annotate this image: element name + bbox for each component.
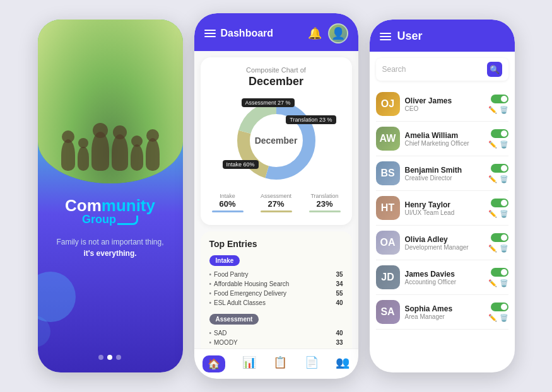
- edit-icon[interactable]: ✏️: [488, 210, 497, 218]
- action-icons: ✏️ 🗑️: [488, 106, 508, 114]
- action-icons: ✏️ 🗑️: [488, 175, 508, 183]
- footer-chart[interactable]: 📊: [242, 355, 256, 372]
- chart-month: December: [209, 75, 343, 88]
- dot-3[interactable]: [116, 355, 121, 360]
- bell-icon[interactable]: 🔔: [308, 26, 322, 40]
- user-actions: ✏️ 🗑️: [488, 164, 508, 183]
- delete-icon[interactable]: 🗑️: [500, 141, 508, 149]
- header-right: 🔔 👤: [308, 23, 348, 43]
- chart-legend: Intake 60% Assessment 27% Translation 23…: [209, 193, 343, 212]
- user-info-sophia: Sophia Ames Area Manager: [405, 304, 483, 320]
- footer-doc[interactable]: 📄: [305, 355, 319, 372]
- dashboard-body: Composite Chart of December Decem: [194, 51, 358, 349]
- user-actions: ✏️ 🗑️: [488, 303, 508, 322]
- delete-icon[interactable]: 🗑️: [500, 175, 508, 183]
- action-icons: ✏️ 🗑️: [488, 279, 508, 287]
- dashboard-footer: 🏠 📊 📋 📄 👥: [194, 349, 358, 379]
- badge-assessment: Assessment: [209, 314, 259, 325]
- user-name: Olivia Adley: [405, 235, 483, 244]
- user-info-henry: Henry Taylor UI/UX Team Lead: [405, 200, 483, 216]
- user-item-james: JD James Davies Accounting Officer ✏️ 🗑️: [376, 260, 508, 295]
- tooltip-assessment: Assessment 27 %: [242, 98, 295, 107]
- user-actions: ✏️ 🗑️: [488, 129, 508, 149]
- toggle-enabled[interactable]: [491, 303, 508, 311]
- user-role: Accounting Officer: [405, 279, 483, 285]
- toggle-enabled[interactable]: [491, 129, 508, 138]
- action-icons: ✏️ 🗑️: [488, 245, 508, 253]
- tooltip-intake: Intake 60%: [223, 160, 259, 169]
- blob-decor: [38, 272, 76, 322]
- delete-icon[interactable]: 🗑️: [500, 314, 508, 322]
- footer-users[interactable]: 👥: [336, 355, 349, 372]
- phone-user: User Search 🔍 OJ Oliver James CEO ✏️ 🗑️: [370, 20, 515, 372]
- user-name: Benjamin Smith: [405, 166, 483, 175]
- phone-community: Community Group Family is not an importa…: [38, 20, 183, 372]
- delete-icon[interactable]: 🗑️: [500, 245, 508, 253]
- edit-icon[interactable]: ✏️: [488, 141, 497, 149]
- search-button[interactable]: 🔍: [487, 62, 502, 77]
- list-item: Affordable Housing Search 34: [209, 279, 343, 289]
- edit-icon[interactable]: ✏️: [488, 279, 497, 287]
- user-role: UI/UX Team Lead: [405, 209, 483, 216]
- edit-icon[interactable]: ✏️: [488, 175, 497, 183]
- toggle-enabled[interactable]: [491, 164, 508, 173]
- user-name: Henry Taylor: [405, 200, 483, 209]
- user-info-james: James Davies Accounting Officer: [405, 270, 483, 285]
- user-role: Chief Marketing Officer: [405, 140, 483, 147]
- dashboard-header: Dashboard 🔔 👤: [194, 13, 358, 51]
- user-page-title: User: [397, 30, 505, 43]
- dot-1[interactable]: [98, 355, 103, 360]
- list-item: MOODY 33: [209, 338, 343, 347]
- user-role: CEO: [405, 105, 483, 112]
- footer-clipboard[interactable]: 📋: [273, 355, 287, 372]
- user-actions: ✏️ 🗑️: [488, 268, 508, 287]
- list-item: Food Emergency Delivery 55: [209, 289, 343, 298]
- toggle-enabled[interactable]: [491, 199, 508, 207]
- delete-icon[interactable]: 🗑️: [500, 210, 508, 218]
- legend-assessment: Assessment 27%: [261, 193, 292, 212]
- page-dots: [98, 355, 121, 372]
- user-actions: ✏️ 🗑️: [488, 95, 508, 114]
- delete-icon[interactable]: 🗑️: [500, 279, 508, 287]
- tagline-line2: it's everything.: [56, 248, 163, 259]
- user-role: Creative Director: [405, 175, 483, 182]
- avatar[interactable]: 👤: [328, 23, 348, 43]
- list-item: Food Pantry 35: [209, 270, 343, 279]
- toggle-enabled[interactable]: [491, 95, 508, 103]
- action-icons: ✏️ 🗑️: [488, 141, 508, 149]
- edit-icon[interactable]: ✏️: [488, 106, 497, 114]
- family-photo: [38, 20, 183, 183]
- list-item: SAD 40: [209, 328, 343, 338]
- hamburger-icon[interactable]: [380, 33, 391, 40]
- user-item-benjamin: BS Benjamin Smith Creative Director ✏️ 🗑…: [376, 156, 508, 191]
- user-item-henry: HT Henry Taylor UI/UX Team Lead ✏️ 🗑️: [376, 191, 508, 226]
- delete-icon[interactable]: 🗑️: [500, 106, 508, 114]
- user-item-amelia: AW Amelia William Chief Marketing Office…: [376, 122, 508, 156]
- chart-card: Composite Chart of December Decem: [201, 57, 352, 225]
- dot-2[interactable]: [107, 355, 112, 360]
- toggle-enabled[interactable]: [491, 233, 508, 242]
- person-silhouette: [91, 132, 109, 171]
- avatar-henry: HT: [376, 196, 400, 220]
- hamburger-icon[interactable]: [204, 30, 216, 37]
- person-silhouette: [131, 144, 143, 171]
- footer-home[interactable]: 🏠: [203, 355, 225, 372]
- search-bar[interactable]: Search 🔍: [376, 58, 508, 81]
- user-info-amelia: Amelia William Chief Marketing Officer: [405, 131, 483, 147]
- edit-icon[interactable]: ✏️: [488, 314, 497, 322]
- user-list: OJ Oliver James CEO ✏️ 🗑️ AW Amelia Will…: [370, 87, 515, 372]
- edit-icon[interactable]: ✏️: [488, 245, 497, 253]
- toggle-enabled[interactable]: [491, 268, 508, 277]
- intake-list: Food Pantry 35 Affordable Housing Search…: [209, 270, 343, 308]
- phone1-content: Community Group Family is not an importa…: [44, 183, 176, 372]
- person-silhouette: [78, 147, 89, 171]
- legend-translation: Translation 23%: [309, 193, 341, 212]
- user-role: Area Manager: [405, 313, 483, 320]
- avatar-sophia: SA: [376, 300, 400, 324]
- user-name: Oliver James: [405, 96, 483, 105]
- user-info-oliver: Oliver James CEO: [405, 96, 483, 112]
- user-item-oliver: OJ Oliver James CEO ✏️ 🗑️: [376, 87, 508, 122]
- user-header: User: [370, 20, 515, 52]
- donut-center-label: December: [255, 135, 298, 146]
- assessment-list: SAD 40 MOODY 33: [209, 328, 343, 347]
